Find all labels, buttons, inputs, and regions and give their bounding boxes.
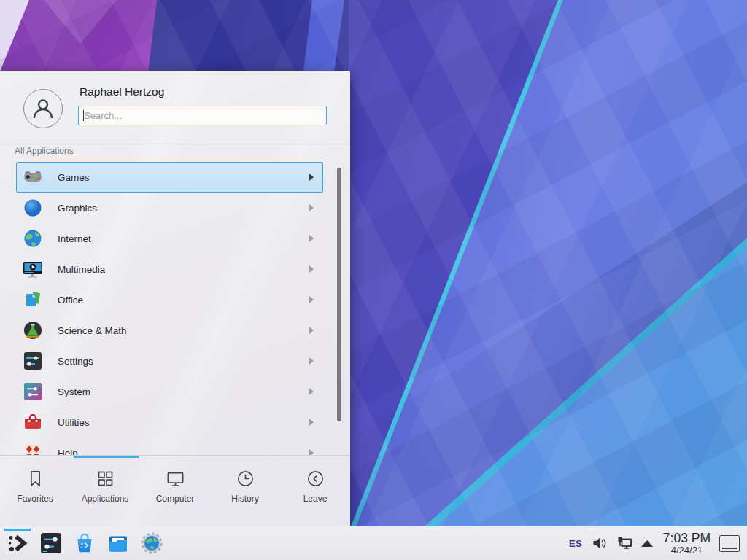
- grid-icon: [96, 469, 115, 489]
- clock-date: 4/24/21: [671, 545, 703, 556]
- desktop: Raphael Hertzog All Applications: [0, 0, 747, 560]
- category-label: Science & Math: [58, 325, 127, 336]
- discover-button[interactable]: [71, 526, 98, 560]
- file-manager-button[interactable]: [105, 526, 131, 560]
- footer-separator: [0, 455, 350, 456]
- keyboard-layout-indicator[interactable]: ES: [569, 538, 582, 549]
- submenu-arrow-icon: [309, 174, 314, 181]
- submenu-arrow-icon: [309, 235, 314, 242]
- kde-launcher-icon: [6, 532, 29, 555]
- active-tab-indicator: [74, 456, 139, 458]
- folder-icon: [107, 532, 130, 555]
- category-label: Office: [58, 295, 83, 306]
- category-row-science-math[interactable]: Science & Math: [16, 315, 323, 346]
- category-label: Help: [58, 448, 78, 456]
- sliders-dark-icon: [23, 351, 43, 371]
- submenu-arrow-icon: [309, 419, 314, 426]
- tab-history[interactable]: History: [210, 462, 280, 522]
- clock-icon: [236, 469, 255, 489]
- taskbar-panel: ES 7:03 PM 4/24/21: [0, 526, 747, 560]
- toolbox-icon: [23, 412, 43, 432]
- category-row-system[interactable]: System: [16, 376, 323, 407]
- submenu-arrow-icon: [309, 357, 314, 365]
- monitor-icon: [166, 469, 185, 489]
- category-row-games[interactable]: Games: [16, 162, 323, 192]
- volume-icon[interactable]: [592, 535, 608, 551]
- category-list: Games Graphics: [0, 162, 350, 455]
- category-label: Settings: [58, 356, 93, 367]
- globe-gear-icon: [140, 532, 163, 555]
- blue-sphere-icon: [23, 198, 43, 218]
- submenu-arrow-icon: [309, 265, 314, 273]
- category-row-help[interactable]: Help: [16, 438, 323, 455]
- help-icon: [23, 443, 43, 455]
- expand-tray-caret-icon[interactable]: [641, 540, 653, 547]
- submenu-arrow-icon: [309, 296, 314, 303]
- tab-computer[interactable]: Computer: [140, 462, 210, 522]
- category-label: Graphics: [58, 203, 97, 214]
- application-launcher-popup: Raphael Hertzog All Applications: [0, 71, 350, 526]
- category-row-office[interactable]: Office: [16, 284, 323, 315]
- submenu-arrow-icon: [309, 449, 314, 455]
- submenu-arrow-icon: [309, 388, 314, 395]
- category-row-internet[interactable]: Internet: [16, 223, 323, 254]
- media-screen-icon: [23, 259, 43, 279]
- category-label: Games: [58, 172, 90, 183]
- flask-icon: [23, 320, 43, 341]
- system-settings-icon: [39, 532, 63, 555]
- footer-tab-bar: Favorites Applications C: [0, 462, 350, 522]
- network-icon[interactable]: [616, 534, 633, 552]
- taskbar-app-icons: [0, 526, 172, 560]
- category-row-graphics[interactable]: Graphics: [16, 192, 323, 223]
- tab-label: Computer: [156, 494, 195, 504]
- show-desktop-button[interactable]: [719, 535, 740, 552]
- submenu-arrow-icon: [309, 204, 314, 211]
- web-browser-button[interactable]: [139, 526, 165, 560]
- category-label: Internet: [58, 233, 91, 244]
- user-name: Raphael Hertzog: [80, 85, 164, 98]
- active-app-indicator: [4, 529, 31, 531]
- bookmark-icon: [26, 469, 45, 489]
- header-separator: [0, 141, 350, 141]
- application-launcher-button[interactable]: [4, 526, 31, 560]
- sliders-gradient-icon: [23, 381, 43, 402]
- category-label: Multimedia: [58, 264, 105, 275]
- category-label: Utilities: [58, 417, 90, 428]
- search-field-wrap: [78, 106, 327, 125]
- system-tray: ES 7:03 PM 4/24/21: [569, 532, 747, 556]
- tab-label: Leave: [303, 494, 328, 504]
- leave-icon: [306, 469, 325, 489]
- category-row-settings[interactable]: Settings: [16, 346, 323, 376]
- submenu-arrow-icon: [309, 327, 314, 334]
- tab-favorites[interactable]: Favorites: [0, 462, 70, 522]
- category-label: System: [58, 386, 90, 397]
- digital-clock[interactable]: 7:03 PM 4/24/21: [663, 532, 711, 556]
- gamepad-icon: [23, 167, 43, 187]
- documents-icon: [23, 289, 43, 310]
- user-avatar[interactable]: [23, 89, 63, 128]
- list-scrollbar[interactable]: [337, 168, 341, 421]
- text-caret: [83, 110, 84, 121]
- tab-leave[interactable]: Leave: [280, 462, 350, 522]
- tab-applications[interactable]: Applications: [70, 462, 140, 522]
- category-row-multimedia[interactable]: Multimedia: [16, 254, 323, 284]
- tab-label: Applications: [82, 494, 129, 504]
- discover-icon: [73, 532, 96, 555]
- tab-label: Favorites: [17, 494, 53, 504]
- search-input[interactable]: [78, 106, 327, 125]
- tab-label: History: [231, 494, 258, 504]
- category-row-utilities[interactable]: Utilities: [16, 407, 323, 438]
- system-settings-button[interactable]: [38, 526, 64, 560]
- section-label: All Applications: [15, 146, 74, 156]
- globe-icon: [23, 228, 43, 249]
- clock-time: 7:03 PM: [663, 532, 711, 545]
